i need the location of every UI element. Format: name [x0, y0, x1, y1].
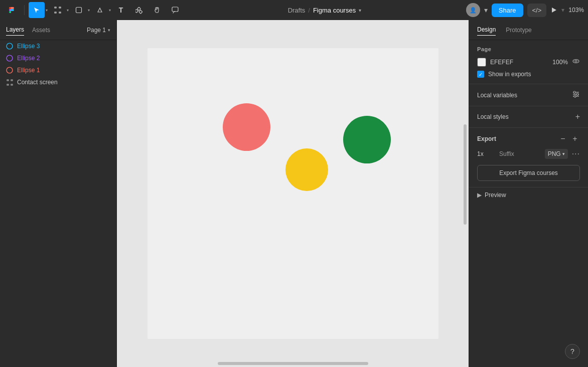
page-opacity-value[interactable]: 100% — [552, 59, 568, 66]
ellipse1-label: Ellipse 1 — [17, 67, 40, 74]
page-section-header: Page — [477, 46, 580, 52]
svg-rect-1 — [59, 7, 61, 8]
frame-tool-group: ▾ — [50, 2, 69, 18]
svg-rect-2 — [55, 12, 56, 13]
pen-tool[interactable] — [92, 2, 108, 18]
svg-point-11 — [7, 55, 13, 61]
play-dropdown[interactable]: ▾ — [561, 7, 564, 14]
select-dropdown-arrow[interactable]: ▾ — [46, 8, 48, 13]
horizontal-scrollbar[interactable] — [218, 362, 368, 365]
select-tool[interactable] — [29, 2, 45, 18]
ellipse-pink[interactable] — [223, 103, 270, 151]
export-scale-input[interactable]: 1x — [477, 150, 495, 157]
user-avatar[interactable]: 👤 — [466, 3, 480, 17]
svg-point-18 — [575, 60, 577, 62]
page-section: Page EFEFEF 100% ✓ Show in exports — [469, 40, 588, 84]
share-button[interactable]: Share — [492, 4, 523, 17]
ellipse1-icon — [6, 67, 13, 74]
local-variables-section: Local variables — [469, 84, 588, 106]
export-title: Export — [477, 135, 496, 142]
export-more-button[interactable]: ··· — [572, 149, 580, 158]
path-separator: / — [308, 7, 310, 14]
export-suffix-input[interactable]: Suffix — [499, 150, 541, 157]
zoom-indicator[interactable]: 103% — [568, 7, 584, 14]
local-styles-add-icon[interactable]: + — [575, 112, 580, 121]
project-name-label[interactable]: Figma courses — [313, 7, 356, 14]
local-styles-row: Local styles + — [477, 112, 580, 121]
layer-item-contact-screen[interactable]: Contact screen — [0, 76, 116, 88]
pen-dropdown-arrow[interactable]: ▾ — [109, 8, 111, 13]
avatar-dropdown[interactable]: ▾ — [484, 6, 488, 14]
text-tool[interactable]: T — [113, 2, 129, 18]
preview-row[interactable]: ▶ Preview — [469, 188, 588, 203]
export-section: Export − + 1x Suffix PNG ▾ ··· Export Fi… — [469, 128, 588, 188]
tab-layers[interactable]: Layers — [6, 24, 24, 36]
contact-screen-icon — [6, 79, 13, 86]
comment-tool[interactable] — [167, 2, 183, 18]
svg-rect-14 — [11, 80, 13, 81]
preview-label: Preview — [485, 192, 506, 199]
contact-screen-label: Contact screen — [17, 79, 58, 86]
page-color-hex[interactable]: EFEFEF — [490, 59, 548, 66]
page-selector[interactable]: Page 1 ▾ — [87, 27, 110, 34]
svg-rect-0 — [55, 7, 56, 8]
export-remove-button[interactable]: − — [558, 134, 568, 144]
frame-dropdown-arrow[interactable]: ▾ — [67, 8, 69, 13]
right-panel: Design Prototype Page EFEFEF 100% ✓ Show… — [469, 20, 588, 367]
page-name: Page 1 — [87, 27, 106, 34]
svg-rect-13 — [7, 80, 9, 81]
preview-chevron-icon: ▶ — [477, 192, 482, 199]
project-dropdown-arrow[interactable]: ▾ — [359, 8, 361, 13]
page-section-title: Page — [477, 46, 492, 52]
play-button[interactable] — [550, 7, 557, 14]
layer-item-ellipse3[interactable]: Ellipse 3 — [0, 40, 116, 52]
page-dropdown-arrow[interactable]: ▾ — [108, 28, 110, 33]
export-format-select[interactable]: PNG ▾ — [545, 149, 568, 159]
show-in-exports-row: ✓ Show in exports — [477, 71, 580, 78]
shape-dropdown-arrow[interactable]: ▾ — [88, 8, 90, 13]
canvas-frame[interactable] — [148, 48, 438, 339]
svg-rect-7 — [138, 10, 142, 14]
hand-tool[interactable] — [149, 2, 165, 18]
shape-tool-group: ▾ — [71, 2, 90, 18]
ellipse3-label: Ellipse 3 — [17, 43, 40, 50]
page-bg-row: EFEFEF 100% — [477, 57, 580, 67]
ellipse-yellow[interactable] — [285, 148, 328, 191]
local-styles-label[interactable]: Local styles — [477, 113, 509, 120]
help-button[interactable]: ? — [565, 344, 580, 359]
tab-prototype[interactable]: Prototype — [506, 25, 531, 36]
canvas[interactable] — [117, 20, 469, 367]
ellipse2-icon — [6, 55, 13, 62]
format-dropdown-arrow: ▾ — [562, 151, 565, 156]
ellipse-green[interactable] — [343, 116, 391, 163]
page-color-swatch[interactable] — [477, 58, 486, 67]
svg-point-22 — [573, 91, 575, 93]
export-header: Export − + — [477, 134, 580, 144]
layer-item-ellipse1[interactable]: Ellipse 1 — [0, 64, 116, 76]
left-panel: Layers Assets Page 1 ▾ Ellipse 3 Ellipse… — [0, 20, 117, 367]
adjust-icon[interactable] — [572, 90, 580, 100]
select-tool-group: ▾ — [29, 2, 48, 18]
frame-tool[interactable] — [50, 2, 66, 18]
vertical-scrollbar[interactable] — [464, 124, 467, 225]
local-variables-label[interactable]: Local variables — [477, 92, 517, 99]
shape-tool[interactable] — [71, 2, 87, 18]
tab-design[interactable]: Design — [477, 24, 496, 36]
svg-point-12 — [7, 67, 13, 73]
layer-item-ellipse2[interactable]: Ellipse 2 — [0, 52, 116, 64]
code-button[interactable]: </> — [527, 4, 547, 17]
show-in-exports-label[interactable]: Show in exports — [488, 71, 531, 78]
canvas-content — [117, 20, 469, 367]
eye-icon[interactable] — [572, 57, 580, 67]
figma-icon[interactable] — [4, 2, 20, 18]
ellipse3-icon — [6, 43, 13, 50]
show-in-exports-checkbox[interactable]: ✓ — [477, 71, 484, 78]
components-tool[interactable] — [131, 2, 147, 18]
export-format-row: 1x Suffix PNG ▾ ··· — [477, 149, 580, 159]
tab-assets[interactable]: Assets — [32, 25, 50, 36]
svg-marker-9 — [552, 8, 556, 13]
left-panel-tabs: Layers Assets Page 1 ▾ — [0, 20, 116, 40]
export-add-button[interactable]: + — [570, 134, 580, 144]
svg-rect-3 — [59, 12, 61, 13]
export-button[interactable]: Export Figma courses — [477, 165, 580, 181]
